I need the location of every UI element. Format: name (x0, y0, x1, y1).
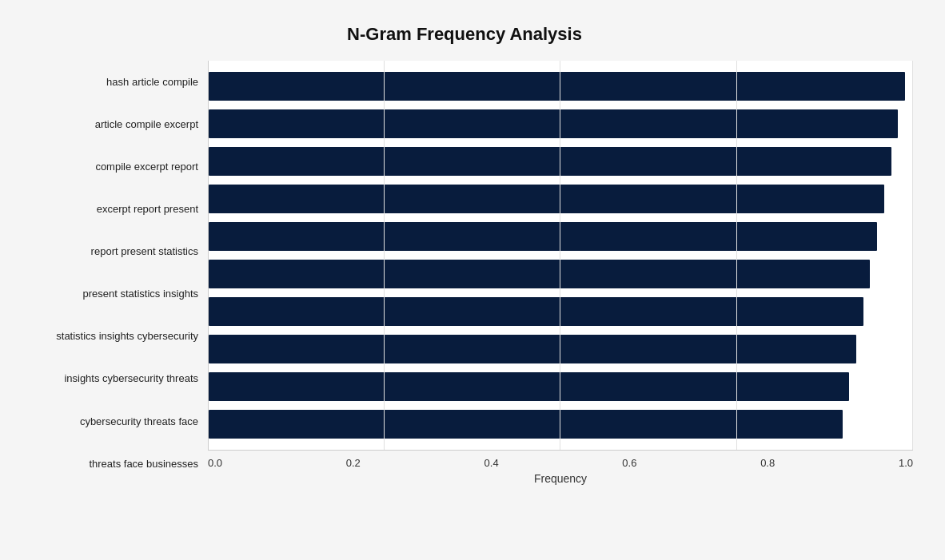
y-label: threats face businesses (89, 458, 198, 471)
y-label: excerpt report present (97, 203, 198, 216)
chart-area: hash article compilearticle compile exce… (16, 61, 913, 485)
x-axis-label: Frequency (208, 472, 913, 485)
bar-row (209, 369, 905, 404)
bar (209, 372, 849, 401)
bar (209, 185, 884, 213)
x-tick: 0.2 (346, 457, 361, 469)
bar (209, 335, 856, 363)
y-label: report present statistics (91, 245, 198, 258)
chart-container: N-Gram Frequency Analysis hash article c… (0, 0, 945, 560)
x-tick: 1.0 (899, 457, 913, 469)
bar-row (209, 332, 905, 367)
y-label: article compile excerpt (95, 118, 198, 131)
bar-row (209, 181, 905, 216)
y-label: present statistics insights (82, 288, 198, 300)
bar-row (209, 294, 905, 329)
bar-row (209, 144, 905, 179)
bar (209, 260, 870, 288)
y-label: compile excerpt report (95, 161, 198, 173)
x-tick: 0.0 (208, 457, 222, 469)
bar (209, 147, 891, 176)
bar-row (209, 256, 905, 292)
bars-and-xaxis: 0.00.20.40.60.81.0 Frequency (208, 61, 913, 485)
bars-section (208, 61, 913, 451)
y-label: cybersecurity threats face (80, 415, 198, 428)
x-axis: 0.00.20.40.60.81.0 (208, 451, 913, 469)
y-label: insights cybersecurity threats (64, 372, 198, 385)
bar-row (209, 106, 905, 141)
bar (209, 297, 863, 326)
chart-title: N-Gram Frequency Analysis (16, 16, 913, 45)
bar (209, 109, 898, 138)
bar-row (209, 407, 905, 442)
y-label: statistics insights cybersecurity (56, 330, 198, 343)
bar-row (209, 69, 905, 104)
y-axis-labels: hash article compilearticle compile exce… (16, 61, 208, 485)
bar (209, 72, 905, 101)
x-tick: 0.4 (484, 457, 499, 469)
bar-row (209, 219, 905, 254)
bar (209, 222, 877, 251)
x-tick: 0.6 (622, 457, 636, 469)
bar (209, 410, 843, 439)
y-label: hash article compile (106, 76, 198, 89)
x-tick: 0.8 (760, 457, 775, 469)
